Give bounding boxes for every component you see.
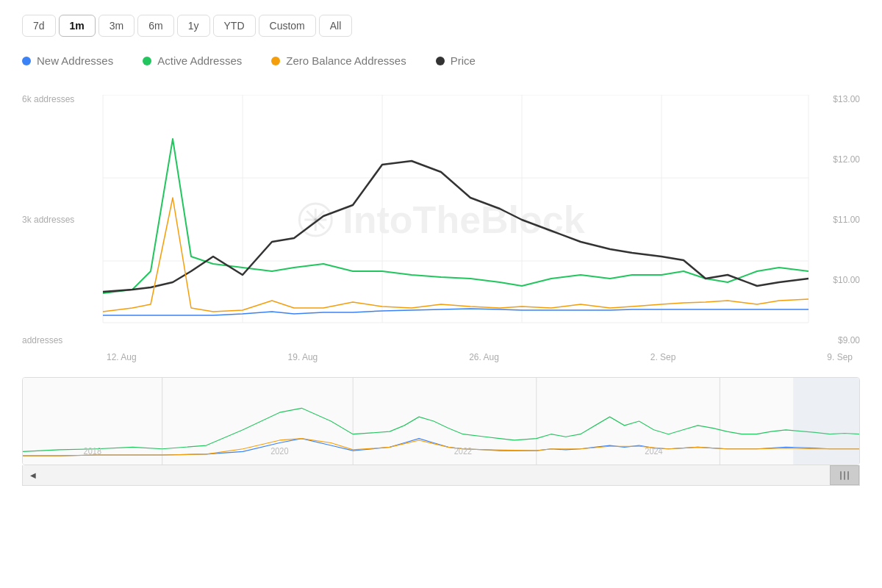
svg-rect-15	[23, 378, 859, 465]
legend-dot-zero-balance	[271, 57, 280, 65]
legend-label-new-addresses: New Addresses	[37, 54, 113, 67]
overview-chart: 2018 2020 2022 2024	[22, 377, 860, 465]
legend-dot-new-addresses	[22, 57, 31, 65]
svg-text:2020: 2020	[270, 445, 289, 456]
chart-legend: New Addresses Active Addresses Zero Bala…	[22, 54, 860, 73]
legend-label-active-addresses: Active Addresses	[157, 54, 242, 67]
time-btn-all[interactable]: All	[319, 15, 353, 37]
overview-svg: 2018 2020 2022 2024	[23, 378, 859, 465]
legend-dot-price	[436, 57, 445, 65]
legend-item-zero-balance: Zero Balance Addresses	[271, 54, 406, 67]
main-container: 7d1m3m6m1yYTDCustomAll New Addresses Act…	[0, 0, 882, 588]
svg-rect-20	[793, 378, 859, 465]
time-btn-3m[interactable]: 3m	[98, 15, 135, 37]
main-chart: IntoTheBlock 6k addresses 3k addresses a…	[22, 95, 860, 345]
time-btn-1m[interactable]: 1m	[59, 15, 96, 37]
legend-label-price: Price	[451, 54, 476, 67]
time-btn-7d[interactable]: 7d	[22, 15, 56, 37]
nav-left-arrow[interactable]: ◀	[23, 465, 43, 486]
time-btn-custom[interactable]: Custom	[259, 15, 316, 37]
time-range-controls: 7d1m3m6m1yYTDCustomAll	[22, 15, 860, 37]
x-label-4: 9. Sep	[827, 352, 853, 362]
time-btn-1y[interactable]: 1y	[177, 15, 210, 37]
x-label-0: 12. Aug	[107, 352, 137, 362]
time-btn-6m[interactable]: 6m	[137, 15, 173, 37]
legend-item-active-addresses: Active Addresses	[143, 54, 242, 67]
handle-line-3	[847, 471, 849, 480]
handle-line-1	[840, 471, 842, 480]
time-btn-ytd[interactable]: YTD	[213, 15, 256, 37]
handle-line-2	[844, 471, 845, 480]
svg-text:2018: 2018	[84, 445, 102, 456]
nav-handle[interactable]	[830, 465, 859, 485]
svg-text:2022: 2022	[454, 445, 473, 456]
svg-text:2024: 2024	[645, 445, 663, 456]
legend-dot-active-addresses	[143, 57, 151, 65]
x-label-1: 19. Aug	[288, 352, 318, 362]
nav-track[interactable]	[43, 465, 839, 485]
legend-label-zero-balance: Zero Balance Addresses	[286, 54, 406, 67]
legend-item-new-addresses: New Addresses	[22, 54, 113, 67]
x-label-2: 26. Aug	[469, 352, 499, 362]
x-label-3: 2. Sep	[650, 352, 676, 362]
legend-item-price: Price	[436, 54, 476, 67]
x-axis-labels: 12. Aug 19. Aug 26. Aug 2. Sep 9. Sep	[22, 352, 860, 362]
chart-svg	[22, 95, 860, 345]
nav-handle-grip	[840, 471, 849, 480]
chart-navigator: ◀ ▶	[22, 465, 860, 486]
